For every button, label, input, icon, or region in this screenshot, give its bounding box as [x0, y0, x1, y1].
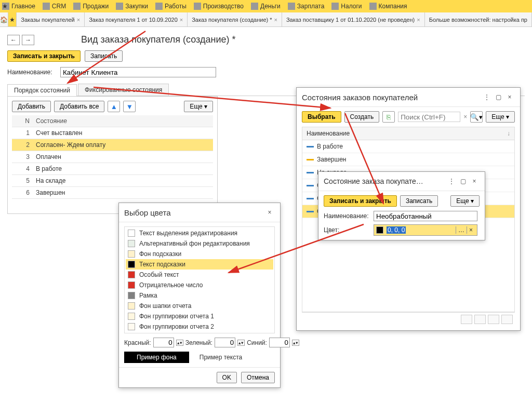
maximize-button[interactable]: ▢ — [493, 92, 503, 102]
clear-search-button[interactable]: × — [463, 113, 467, 120]
add-button[interactable]: Добавить — [12, 101, 51, 112]
spinner[interactable]: ▴▾ — [292, 340, 299, 346]
color-option[interactable]: Текст выделения редактирования — [126, 228, 273, 238]
move-up-button[interactable]: ▲ — [108, 101, 120, 112]
nav-first-button[interactable] — [461, 315, 472, 324]
col-state: Состояние — [33, 115, 213, 127]
add-all-button[interactable]: Добавить все — [54, 101, 104, 112]
name-label: Наименование: — [7, 69, 57, 76]
save-button[interactable]: Записать — [400, 195, 438, 207]
swatch-icon — [128, 292, 135, 299]
options-button[interactable]: ⋮ — [482, 92, 492, 102]
swatch-icon — [128, 313, 135, 320]
table-row[interactable]: 1Счет выставлен — [12, 127, 213, 139]
table-row[interactable]: 4В работе — [12, 163, 213, 175]
tab-order-create[interactable]: Заказ покупателя (создание) *× — [188, 12, 282, 26]
spinner[interactable]: ▴▾ — [176, 340, 183, 346]
options-button[interactable]: ⋮ — [446, 176, 457, 186]
close-icon[interactable]: × — [77, 17, 80, 23]
status-color-icon — [307, 159, 314, 160]
save-and-close-button[interactable]: Записать и закрыть — [7, 50, 81, 62]
home-tab[interactable]: 🏠 — [0, 12, 8, 26]
menu-taxes[interactable]: Налоги — [331, 3, 362, 10]
sort-icon[interactable]: ↓ — [507, 130, 510, 137]
nav-back-button[interactable]: ← — [7, 35, 20, 45]
subtab-fixed-states[interactable]: Фиксированные состояния — [78, 84, 169, 96]
clear-button[interactable]: × — [467, 226, 475, 234]
menu-money[interactable]: Деньги — [251, 3, 281, 10]
menu-main[interactable]: ★Главное — [2, 3, 35, 10]
green-input[interactable] — [215, 338, 235, 347]
close-button[interactable]: × — [264, 207, 275, 218]
more-button[interactable]: Еще ▾ — [486, 111, 515, 123]
tab-orders[interactable]: Заказы покупателей× — [17, 12, 85, 26]
color-field[interactable]: 0, 0, 0 … × — [374, 224, 477, 236]
name-input[interactable] — [60, 67, 216, 77]
red-input[interactable] — [153, 338, 174, 347]
top-menu: ★Главное CRM Продажи Закупки Работы Прои… — [0, 0, 532, 12]
color-option[interactable]: Фон шапки отчета — [126, 301, 273, 311]
spinner[interactable]: ▴▾ — [237, 340, 245, 346]
create-button[interactable]: Создать — [344, 111, 380, 123]
subtab-states-order[interactable]: Порядок состояний — [7, 84, 77, 96]
menu-company[interactable]: Компания — [369, 3, 407, 10]
save-button[interactable]: Записать — [85, 50, 123, 62]
swatch-icon — [128, 240, 135, 247]
menu-production[interactable]: Производство — [194, 3, 244, 10]
table-row[interactable]: 2Согласен- Ждем оплату — [12, 139, 213, 151]
nav-forward-button[interactable]: → — [22, 35, 34, 45]
crm-icon — [43, 3, 50, 10]
table-row[interactable]: 6Завершен — [12, 187, 213, 199]
more-button[interactable]: Еще ▾ — [450, 195, 480, 207]
home-icon: 🏠 — [0, 16, 8, 23]
color-option[interactable]: Фон группировки отчета 2 — [126, 321, 273, 332]
tab-order-1[interactable]: Заказ покупателя 1 от 10.09.2020× — [85, 12, 188, 26]
menu-salary[interactable]: Зарплата — [288, 3, 325, 10]
tab-bar: 🏠 ★ Заказы покупателей× Заказ покупателя… — [0, 12, 532, 27]
color-option[interactable]: Текст подсказки — [126, 259, 273, 270]
search-button[interactable]: 🔍▾ — [470, 111, 483, 123]
color-picker-popup: Выбор цвета × Текст выделения редактиров… — [118, 203, 281, 388]
chevron-down-icon: ▾ — [506, 113, 509, 120]
nav-next-button[interactable] — [488, 315, 499, 324]
close-icon[interactable]: × — [274, 17, 277, 23]
menu-crm[interactable]: CRM — [43, 3, 66, 10]
color-option[interactable]: Отрицательное число — [126, 280, 273, 290]
blue-input[interactable] — [269, 338, 290, 347]
table-row[interactable]: 5На складе — [12, 175, 213, 187]
table-row[interactable]: 3Оплачен — [12, 151, 213, 163]
menu-sales[interactable]: Продажи — [73, 3, 109, 10]
ok-button[interactable]: OK — [217, 372, 237, 383]
cart-icon — [73, 3, 81, 10]
maximize-button[interactable]: ▢ — [458, 176, 468, 186]
menu-works[interactable]: Работы — [155, 3, 187, 10]
status-color-icon — [307, 172, 314, 173]
status-row[interactable]: В работе — [302, 140, 514, 153]
close-icon[interactable]: × — [417, 17, 420, 23]
menu-purchases[interactable]: Закупки — [116, 3, 148, 10]
select-button[interactable]: Выбрать — [302, 111, 341, 123]
more-button[interactable]: Еще ▾ — [184, 101, 213, 112]
copy-button[interactable]: ⎘ — [382, 111, 395, 123]
color-option[interactable]: Особый текст — [126, 270, 273, 280]
color-option[interactable]: Альтернативный фон редактирования — [126, 238, 273, 249]
color-option[interactable]: Фон подсказки — [126, 249, 273, 259]
tab-more-options[interactable]: Больше возможностей: настройка пр — [425, 12, 532, 26]
close-button[interactable]: × — [504, 92, 515, 102]
close-button[interactable]: × — [469, 176, 480, 186]
cancel-button[interactable]: Отмена — [241, 372, 275, 383]
tab-supplier-order[interactable]: Заказ поставщику 1 от 01.10.2020 (не про… — [282, 12, 425, 26]
ellipsis-button[interactable]: … — [456, 226, 467, 234]
status-row[interactable]: Завершен — [302, 153, 514, 166]
nav-prev-button[interactable] — [474, 315, 486, 324]
color-option[interactable]: Фон группировки отчета 1 — [126, 311, 273, 321]
close-icon[interactable]: × — [180, 17, 183, 23]
state-name-input[interactable] — [374, 211, 477, 221]
favorite-tab[interactable]: ★ — [8, 12, 17, 26]
search-input[interactable] — [398, 112, 460, 122]
color-option[interactable]: Рамка — [126, 290, 273, 301]
nav-last-button[interactable] — [501, 315, 513, 324]
color-list[interactable]: Текст выделения редактирования Альтернат… — [124, 226, 275, 333]
save-and-close-button[interactable]: Записать и закрыть — [324, 195, 397, 207]
move-down-button[interactable]: ▼ — [123, 101, 136, 112]
